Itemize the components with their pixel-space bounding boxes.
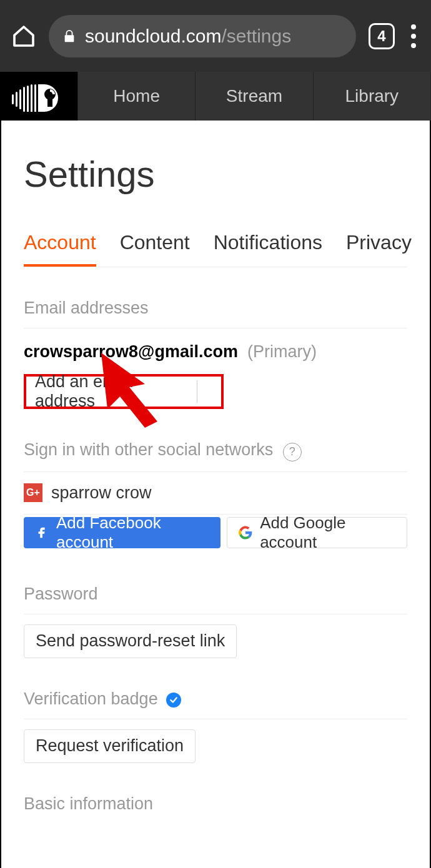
add-facebook-button[interactable]: Add Facebook account xyxy=(24,517,220,548)
section-verification: Verification badge xyxy=(24,658,407,719)
browser-chrome: soundcloud.com/settings 4 xyxy=(0,0,431,72)
tab-account[interactable]: Account xyxy=(24,220,96,267)
tab-content[interactable]: Content xyxy=(120,220,190,267)
add-google-button[interactable]: Add Google account xyxy=(227,517,407,548)
site-header: Home Stream Library xyxy=(0,72,431,121)
nav-stream[interactable]: Stream xyxy=(195,72,312,121)
url-text: soundcloud.com/settings xyxy=(85,26,291,47)
settings-tabs: Account Content Notifications Privacy xyxy=(24,220,407,267)
send-password-reset-button[interactable]: Send password-reset link xyxy=(24,624,237,658)
tab-privacy[interactable]: Privacy xyxy=(346,220,412,267)
page-title: Settings xyxy=(24,121,407,220)
primary-label: (Primary) xyxy=(247,342,317,361)
request-verification-button[interactable]: Request verification xyxy=(24,729,196,763)
nav-home[interactable]: Home xyxy=(77,72,195,121)
facebook-icon xyxy=(35,526,49,540)
url-bar[interactable]: soundcloud.com/settings xyxy=(49,15,356,57)
soundcloud-logo[interactable] xyxy=(0,72,77,121)
google-plus-icon: G+ xyxy=(24,483,42,502)
svg-rect-3 xyxy=(23,87,25,112)
kebab-menu-icon[interactable] xyxy=(407,24,420,48)
help-icon[interactable]: ? xyxy=(283,443,302,461)
connected-account-name: sparrow crow xyxy=(51,483,152,503)
connected-google-account: G+ sparrow crow xyxy=(24,472,407,514)
svg-rect-4 xyxy=(27,86,29,112)
add-email-placeholder: Add an email address xyxy=(35,380,197,403)
svg-rect-5 xyxy=(31,84,32,112)
verified-badge-icon xyxy=(166,693,181,708)
svg-rect-8 xyxy=(47,98,52,107)
tab-count[interactable]: 4 xyxy=(369,23,395,49)
google-icon xyxy=(239,526,252,540)
svg-rect-0 xyxy=(12,94,14,104)
section-email-addresses: Email addresses xyxy=(24,267,407,328)
section-basic-information: Basic information xyxy=(24,763,407,824)
home-icon[interactable] xyxy=(11,24,36,49)
svg-rect-1 xyxy=(16,92,17,107)
lock-icon xyxy=(62,28,76,44)
tab-notifications[interactable]: Notifications xyxy=(214,220,322,267)
svg-rect-6 xyxy=(34,84,36,112)
add-email-input[interactable]: Add an email address xyxy=(24,374,224,409)
section-password: Password xyxy=(24,553,407,614)
page: Settings Account Content Notifications P… xyxy=(1,121,430,868)
section-social: Sign in with other social networks ? xyxy=(24,409,407,471)
svg-rect-2 xyxy=(19,89,21,109)
primary-email: crowsparrow8@gmail.com xyxy=(24,342,238,361)
primary-email-row: crowsparrow8@gmail.com (Primary) xyxy=(24,328,407,374)
nav-library[interactable]: Library xyxy=(313,72,431,121)
